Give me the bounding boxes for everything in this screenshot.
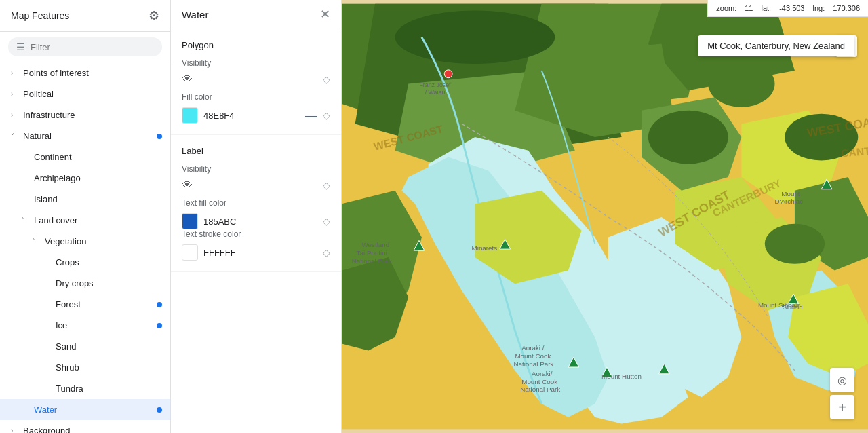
- section-title: Label: [182, 146, 330, 156]
- sidebar-item-label: Archipelago: [34, 173, 159, 183]
- svg-text:Mount Cook: Mount Cook: [521, 378, 557, 385]
- svg-text:Mount Cook: Mount Cook: [515, 352, 551, 360]
- color-swatch-wrap: 48E8F4: [182, 107, 235, 124]
- sidebar-item-land-cover[interactable]: ˅Land cover: [0, 210, 170, 231]
- sidebar-item-shrub[interactable]: ›Shrub: [0, 357, 170, 378]
- prop-label-label-visibility: Visibility: [182, 164, 330, 174]
- svg-text:Aoraki /: Aoraki /: [521, 344, 545, 352]
- sidebar-header: Map Features ⚙: [0, 0, 170, 32]
- visibility-row: 👁 ◇: [182, 73, 330, 86]
- sidebar-item-archipelago[interactable]: ›Archipelago: [0, 168, 170, 189]
- zoom-in-button[interactable]: +: [830, 395, 854, 419]
- prop-label-text-fill-color: Text fill color: [182, 198, 330, 208]
- chevron-icon: ›: [11, 69, 19, 77]
- sidebar-item-background[interactable]: ›Background: [0, 420, 170, 433]
- svg-point-24: [708, 60, 774, 107]
- sidebar-item-label: Dry crops: [56, 278, 159, 288]
- sidebar-item-label: Natural: [23, 131, 159, 141]
- filter-icon: ☰: [16, 41, 25, 52]
- sidebar-item-label: Forest: [56, 299, 159, 309]
- color-swatch[interactable]: [182, 107, 198, 124]
- zoom-label: zoom:: [716, 4, 736, 12]
- filter-input[interactable]: [31, 42, 154, 52]
- sidebar-item-continent[interactable]: ›Continent: [0, 147, 170, 168]
- location-badge: Mt Cook, Canterbury, New Zealand: [698, 35, 854, 56]
- color-value: 185ABC: [203, 216, 236, 227]
- color-swatch[interactable]: [182, 244, 198, 261]
- diamond-icon[interactable]: ◇: [323, 74, 330, 85]
- chevron-icon: ›: [11, 111, 19, 119]
- sidebar-item-label: Ice: [56, 320, 159, 331]
- prop-label-visibility: Visibility: [182, 58, 330, 68]
- diamond-icon[interactable]: ◇: [323, 110, 330, 121]
- sidebar-title: Map Features: [11, 10, 69, 21]
- sidebar-item-water[interactable]: ›Water: [0, 399, 170, 420]
- map-controls: ◎ +: [830, 368, 854, 419]
- svg-text:Aoraki/: Aoraki/: [532, 370, 553, 377]
- svg-point-7: [395, 10, 555, 64]
- sidebar-items: ›Points of interest›Political›Infrastruc…: [0, 62, 170, 433]
- sidebar-item-points-of-interest[interactable]: ›Points of interest: [0, 62, 170, 83]
- sidebar-item-label: Political: [23, 89, 159, 99]
- sidebar-item-vegetation[interactable]: ˅Vegetation: [0, 231, 170, 252]
- color-swatch[interactable]: [182, 213, 198, 229]
- sidebar-item-dry-crops[interactable]: ›Dry crops: [0, 273, 170, 294]
- active-dot: [157, 407, 162, 413]
- active-dot: [157, 323, 162, 328]
- sidebar-item-sand[interactable]: ›Sand: [0, 336, 170, 357]
- svg-text:Mount Hutton: Mount Hutton: [601, 373, 642, 380]
- remove-color-button[interactable]: —: [305, 109, 317, 123]
- diamond-icon[interactable]: ◇: [323, 216, 330, 227]
- lat-label: lat:: [761, 4, 771, 12]
- location-text: Mt Cook, Canterbury, New Zealand: [707, 41, 845, 51]
- sidebar-item-ice[interactable]: ›Ice: [0, 315, 170, 336]
- sidebar-item-forest[interactable]: ›Forest: [0, 294, 170, 315]
- my-location-button[interactable]: ◎: [830, 368, 854, 392]
- sidebar-item-label: Continent: [34, 152, 159, 162]
- panel-title: Water: [182, 9, 208, 20]
- color-swatch-wrap: FFFFFF: [182, 244, 236, 261]
- sidebar-item-island[interactable]: ›Island: [0, 189, 170, 210]
- sidebar-item-label: Water: [34, 404, 159, 415]
- feature-panel: Water ✕ PolygonVisibility 👁 ◇ Fill color…: [171, 0, 342, 433]
- chevron-icon: ˅: [22, 216, 30, 224]
- sidebar-item-label: Vegetation: [45, 236, 159, 246]
- sidebar-item-label: Background: [23, 426, 159, 433]
- eye-icon[interactable]: 👁: [182, 179, 193, 191]
- sidebar-item-label: Sand: [56, 341, 159, 352]
- sidebar-item-tundra[interactable]: ›Tundra: [0, 378, 170, 399]
- color-swatch-wrap: 185ABC: [182, 213, 236, 229]
- panel-section-polygon: PolygonVisibility 👁 ◇ Fill color 48E8F4 …: [171, 29, 341, 135]
- svg-text:Tai Poutini: Tai Poutini: [357, 249, 387, 257]
- close-button[interactable]: ✕: [320, 8, 330, 20]
- chevron-icon: ›: [11, 90, 19, 98]
- section-title: Polygon: [182, 40, 330, 50]
- svg-point-26: [765, 224, 825, 264]
- svg-point-23: [648, 111, 728, 164]
- color-value: FFFFFF: [203, 248, 236, 258]
- svg-text:/ Waiau: / Waiau: [425, 89, 446, 96]
- diamond-icon[interactable]: ◇: [323, 247, 330, 258]
- sidebar-item-label: Infrastructure: [23, 110, 159, 120]
- svg-text:D'Archiac: D'Archiac: [774, 197, 803, 205]
- sidebar-item-infrastructure[interactable]: ›Infrastructure: [0, 105, 170, 126]
- zoom-value: 11: [745, 4, 753, 12]
- sidebar-item-crops[interactable]: ›Crops: [0, 252, 170, 273]
- lat-value: -43.503: [779, 4, 804, 12]
- sidebar-filter-area: ☰: [0, 32, 170, 62]
- eye-icon[interactable]: 👁: [182, 73, 193, 86]
- diamond-icon[interactable]: ◇: [323, 180, 330, 191]
- active-dot: [157, 302, 162, 307]
- svg-text:Sibbald: Sibbald: [783, 304, 803, 311]
- active-dot: [157, 134, 162, 139]
- map-coords-bar: zoom: 11 lat: -43.503 lng: 170.306: [707, 0, 868, 17]
- sidebar-item-natural[interactable]: ˅Natural: [0, 126, 170, 147]
- lng-value: 170.306: [833, 4, 860, 12]
- sidebar-item-label: Island: [34, 194, 159, 204]
- color-row-text-stroke-color: FFFFFF ◇: [182, 244, 330, 261]
- sidebar-item-label: Points of interest: [23, 68, 159, 78]
- prop-label-fill-color: Fill color: [182, 92, 330, 102]
- settings-icon[interactable]: ⚙: [149, 8, 159, 23]
- sidebar-item-political[interactable]: ›Political: [0, 83, 170, 105]
- svg-text:Westland: Westland: [361, 241, 389, 248]
